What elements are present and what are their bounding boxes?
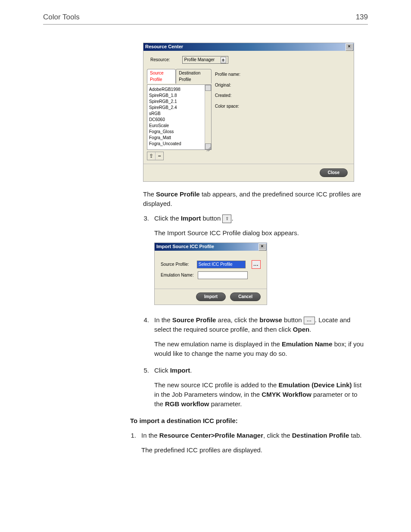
meta-original: Original:	[215, 82, 350, 89]
scroll-up-icon[interactable]	[205, 85, 211, 91]
source-profile-label: Source Profile:	[161, 261, 193, 268]
list-item[interactable]: SpireRGB_2.4	[149, 105, 203, 111]
cancel-button[interactable]: Cancel	[230, 292, 261, 301]
meta-profile-name: Profile name:	[215, 72, 350, 78]
profile-list[interactable]: AdobeRGB1998 SpireRGB_1.8 SpireRGB_2.1 S…	[147, 85, 205, 149]
import-icon[interactable]: ⇪	[147, 152, 156, 160]
body-text: The Source Profile tab appears, and the …	[143, 190, 368, 208]
window-titlebar: Resource Center ×	[143, 43, 354, 51]
import-icon	[222, 215, 231, 223]
source-profile-input[interactable]: Select ICC Profile	[197, 261, 246, 268]
header-page-number: 139	[356, 13, 368, 22]
body-text: The new emulation name is displayed in t…	[154, 339, 368, 358]
window-title: Resource Center	[145, 44, 346, 50]
step-number: 4.	[143, 315, 149, 363]
resize-handle-icon[interactable]	[206, 146, 211, 151]
meta-color-space: Color space:	[215, 103, 350, 110]
browse-icon	[304, 317, 315, 324]
close-button[interactable]: Close	[320, 168, 348, 177]
resource-dropdown-value: Profile Manager	[184, 57, 216, 63]
scrollbar[interactable]	[205, 85, 211, 149]
step-3: 3. Click the Import button . The Import …	[143, 214, 368, 313]
body-text: The new source ICC profile is added to t…	[154, 380, 368, 408]
import-button[interactable]: Import	[196, 292, 226, 301]
step-number: 5.	[143, 366, 149, 414]
header-left: Color Tools	[43, 13, 80, 22]
resource-center-screenshot: Resource Center × Resource: Profile Mana…	[143, 43, 354, 182]
subheading: To import a destination ICC profile:	[130, 416, 368, 426]
list-item[interactable]: AdobeRGB1998	[149, 87, 203, 93]
step-5: 5. Click Import. The new source ICC prof…	[143, 366, 368, 414]
remove-icon[interactable]: −	[156, 152, 163, 160]
emulation-name-input[interactable]	[198, 271, 248, 279]
list-item[interactable]: sRGB	[149, 111, 203, 117]
meta-created: Created:	[215, 93, 350, 99]
list-item[interactable]: Fogra_Uncoated	[149, 141, 203, 147]
close-icon[interactable]: ×	[258, 243, 266, 250]
window-titlebar: Import Source ICC Profile ×	[155, 243, 267, 251]
step-4: 4. In the Source Profile area, click the…	[143, 315, 368, 363]
dropdown-arrows-icon	[221, 57, 226, 63]
list-item[interactable]: SpireRGB_1.8	[149, 93, 203, 99]
window-title: Import Source ICC Profile	[156, 243, 258, 250]
close-icon[interactable]: ×	[346, 44, 353, 50]
list-item[interactable]: DC6060	[149, 117, 203, 123]
emulation-name-label: Emulation Name:	[161, 272, 194, 279]
tab-destination-profile[interactable]: Destination Profile	[176, 69, 212, 84]
tab-source-profile[interactable]: Source Profile	[147, 69, 176, 84]
browse-button[interactable]: ...	[252, 260, 261, 269]
resource-label: Resource:	[150, 57, 170, 63]
page-header: Color Tools 139	[43, 13, 368, 25]
body-text: The Import Source ICC Profile dialog box…	[154, 228, 368, 238]
resource-dropdown[interactable]: Profile Manager	[182, 56, 228, 64]
step-d1: 1. In the Resource Center>Profile Manage…	[130, 431, 368, 460]
list-item[interactable]: EuroScale	[149, 123, 203, 129]
list-item[interactable]: SpireRGB_2.1	[149, 99, 203, 105]
list-item[interactable]: Fogra_Matt	[149, 135, 203, 141]
import-source-icc-screenshot: Import Source ICC Profile × Source Profi…	[154, 243, 267, 305]
body-text: The predefined ICC profiles are displaye…	[141, 445, 368, 455]
step-number: 1.	[130, 431, 136, 460]
list-item[interactable]: Fogra_Gloss	[149, 129, 203, 135]
step-number: 3.	[143, 214, 149, 313]
